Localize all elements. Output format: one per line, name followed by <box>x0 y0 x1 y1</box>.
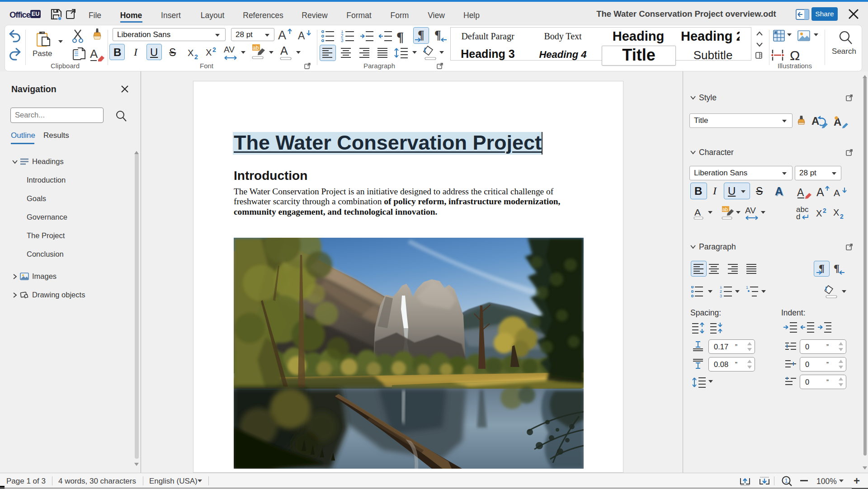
svg-text:A: A <box>797 187 804 198</box>
svg-text:ab: ab <box>253 45 259 51</box>
svg-text:A: A <box>298 30 305 42</box>
svg-text:A: A <box>90 47 98 61</box>
svg-text:AV: AV <box>745 206 756 215</box>
svg-text:A: A <box>834 188 840 198</box>
svg-text:X: X <box>206 47 212 57</box>
svg-text:2: 2 <box>212 47 216 53</box>
svg-text:A: A <box>811 115 819 127</box>
svg-text:2: 2 <box>823 207 826 214</box>
svg-text:X: X <box>816 208 822 218</box>
svg-text:X: X <box>188 48 193 58</box>
svg-text:1: 1 <box>746 286 748 290</box>
svg-text:AV: AV <box>224 45 235 54</box>
svg-text:2: 2 <box>840 213 844 219</box>
svg-text:A: A <box>694 207 701 217</box>
svg-text:X: X <box>833 207 839 217</box>
svg-text:d: d <box>796 212 800 221</box>
svg-text:1: 1 <box>785 477 788 484</box>
svg-text:¶: ¶ <box>434 29 441 42</box>
svg-text:2: 2 <box>720 289 722 294</box>
svg-text:2: 2 <box>194 53 198 60</box>
svg-text:3: 3 <box>720 294 722 298</box>
svg-text:ab: ab <box>722 207 728 212</box>
svg-text:A: A <box>280 45 288 57</box>
svg-text:1: 1 <box>720 286 722 289</box>
svg-text:A: A <box>816 186 824 198</box>
svg-text:3: 3 <box>341 38 344 43</box>
svg-text:¶: ¶ <box>834 263 840 274</box>
svg-text:A: A <box>278 28 286 42</box>
